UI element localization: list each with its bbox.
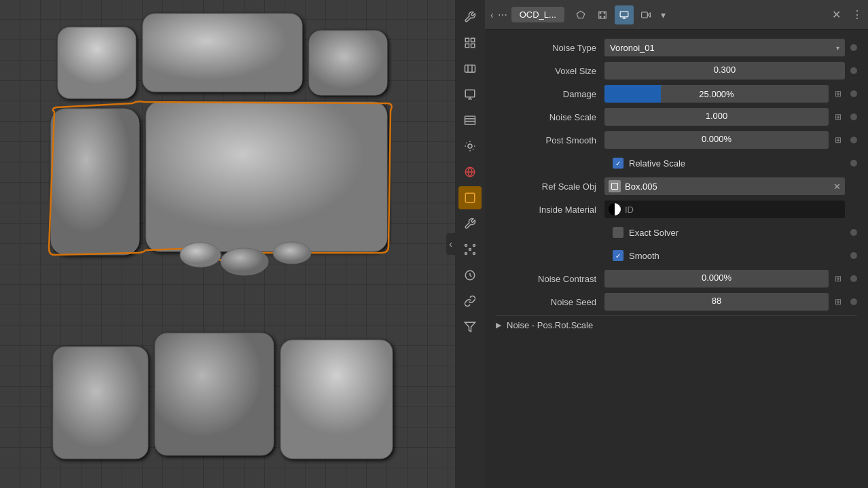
relative-scale-checkbox[interactable]: ✓: [613, 158, 623, 169]
mesh-icon-btn[interactable]: [571, 5, 590, 24]
tools-sidebar: [455, 0, 485, 488]
ref-obj-field[interactable]: Box.005 ✕: [604, 177, 845, 195]
noise-seed-expand[interactable]: ⊞: [831, 295, 845, 309]
svg-rect-27: [465, 90, 475, 97]
panel-close-button[interactable]: ✕: [829, 5, 844, 24]
svg-marker-38: [465, 322, 475, 332]
panel-menu-dots[interactable]: ⋯: [498, 10, 507, 20]
display-icon-btn[interactable]: [615, 5, 634, 24]
damage-row: Damage 25.000% ⊞: [496, 84, 857, 103]
noise-contrast-expand[interactable]: ⊞: [831, 272, 845, 285]
vertices-icon-btn[interactable]: [593, 5, 612, 24]
post-smooth-input[interactable]: 0.000%: [604, 131, 829, 149]
tool-wrench[interactable]: [458, 5, 482, 29]
inside-material-row: Inside Material ID: [496, 200, 857, 219]
post-smooth-row: Post Smooth 0.000% ⊞: [496, 130, 857, 150]
svg-point-41: [600, 12, 601, 14]
post-smooth-expand[interactable]: ⊞: [831, 133, 845, 147]
section-label: Noise - Pos.Rot.Scale: [507, 320, 593, 330]
noise-seed-control: 88 ⊞: [604, 293, 857, 311]
tool-sceneprops[interactable]: [458, 135, 482, 158]
post-smooth-dot: [850, 137, 857, 143]
ref-obj-icon: [609, 180, 621, 192]
svg-point-36: [473, 253, 475, 255]
panel-tab[interactable]: OCD_L...: [511, 7, 564, 22]
noise-contrast-label: Noise Contrast: [496, 274, 604, 284]
svg-rect-31: [465, 193, 475, 203]
dropdown-arrow: ▾: [836, 44, 839, 52]
svg-rect-6: [51, 109, 139, 255]
camera-icon-btn[interactable]: [636, 5, 655, 24]
ref-obj-clear-button[interactable]: ✕: [833, 181, 841, 192]
svg-rect-28: [465, 116, 475, 124]
post-smooth-control: 0.000% ⊞: [604, 131, 857, 149]
collapse-arrow[interactable]: ‹: [446, 233, 455, 255]
ref-scale-obj-row: Ref Scale Obj Box.005 ✕: [496, 177, 857, 196]
exact-solver-label: Exact Solver: [629, 228, 679, 238]
relative-scale-label: Relative Scale: [629, 158, 685, 169]
post-smooth-label: Post Smooth: [496, 135, 604, 145]
noise-scale-dot: [850, 114, 857, 120]
relative-scale-dot: [850, 160, 857, 167]
tool-viewlayer[interactable]: [458, 109, 482, 132]
panel-extra-menu[interactable]: ⋮: [852, 8, 863, 21]
svg-point-33: [465, 245, 467, 247]
panel-header: ‹ ⋯ OCD_L...: [485, 0, 868, 30]
exact-solver-checkbox[interactable]: [613, 227, 623, 238]
noise-scale-row: Noise Scale 1.000 ⊞: [496, 107, 857, 126]
noise-seed-row: Noise Seed 88 ⊞: [496, 292, 857, 311]
tool-particles[interactable]: [458, 238, 482, 261]
tool-render[interactable]: [458, 57, 482, 80]
noise-type-label: Noise Type: [496, 43, 604, 53]
noise-type-dropdown[interactable]: Voronoi_01 ▾: [604, 39, 845, 56]
pos-rot-scale-section[interactable]: ▶ Noise - Pos.Rot.Scale: [496, 315, 857, 334]
tool-object[interactable]: [458, 186, 482, 209]
voxel-size-dot: [850, 67, 857, 74]
svg-rect-47: [612, 184, 618, 190]
svg-point-34: [473, 245, 475, 247]
inside-material-field[interactable]: ID: [604, 201, 845, 218]
noise-type-control: Voronoi_01 ▾: [604, 39, 857, 56]
tool-world[interactable]: [458, 160, 482, 184]
svg-point-32: [469, 249, 471, 251]
svg-rect-24: [465, 44, 469, 48]
tool-filter[interactable]: [458, 315, 482, 338]
voxel-size-label: Voxel Size: [496, 66, 604, 76]
tool-physics[interactable]: [458, 264, 482, 287]
noise-seed-input[interactable]: 88: [604, 293, 829, 311]
damage-field[interactable]: 25.000%: [604, 85, 829, 103]
tool-constraints[interactable]: [458, 290, 482, 313]
svg-rect-22: [465, 38, 469, 41]
svg-rect-12: [155, 333, 274, 455]
material-icon: [609, 203, 621, 215]
noise-type-dot: [850, 44, 857, 51]
inside-material-control: ID: [604, 201, 857, 218]
panel-back-arrow[interactable]: ‹: [490, 10, 494, 20]
svg-marker-39: [577, 11, 585, 18]
svg-rect-25: [471, 44, 475, 48]
voxel-size-input[interactable]: 0.300: [604, 62, 845, 80]
noise-contrast-control: 0.000% ⊞: [604, 270, 857, 287]
noise-scale-expand[interactable]: ⊞: [831, 110, 845, 124]
damage-expand[interactable]: ⊞: [831, 87, 845, 101]
properties-panel: ‹ ⋯ OCD_L...: [485, 0, 868, 488]
svg-rect-46: [641, 12, 647, 17]
tool-modifier[interactable]: [458, 212, 482, 235]
tool-scene[interactable]: [458, 31, 482, 54]
svg-rect-10: [53, 347, 148, 459]
noise-contrast-input[interactable]: 0.000%: [604, 270, 829, 287]
ref-scale-obj-label: Ref Scale Obj: [496, 181, 604, 192]
noise-scale-input[interactable]: 1.000: [604, 108, 829, 126]
svg-point-44: [604, 16, 605, 18]
stones-svg: [0, 0, 455, 488]
damage-control: 25.000% ⊞: [604, 85, 857, 103]
tool-output[interactable]: [458, 83, 482, 106]
noise-contrast-row: Noise Contrast 0.000% ⊞: [496, 269, 857, 288]
svg-rect-8: [146, 102, 387, 251]
smooth-checkbox[interactable]: ✓: [613, 250, 623, 261]
inside-material-label: Inside Material: [496, 205, 604, 215]
noise-scale-label: Noise Scale: [496, 112, 604, 122]
panel-chevron[interactable]: ▾: [661, 10, 666, 20]
ref-obj-name: Box.005: [625, 181, 829, 192]
exact-solver-row: Exact Solver: [496, 223, 857, 242]
